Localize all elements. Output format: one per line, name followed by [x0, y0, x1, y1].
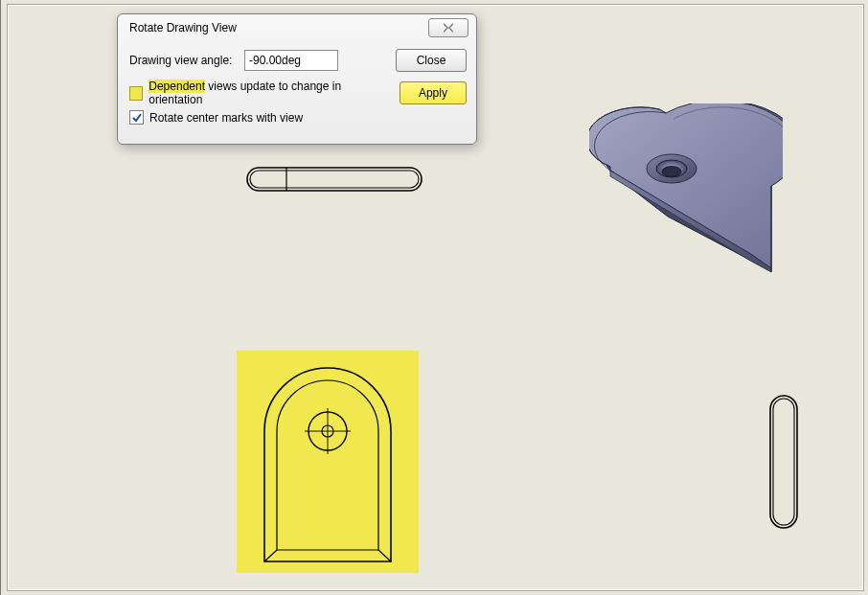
right-side-view[interactable] — [769, 395, 798, 529]
svg-point-14 — [662, 167, 681, 177]
close-button[interactable]: Close — [396, 49, 467, 72]
dialog-title: Rotate Drawing View — [129, 21, 237, 34]
svg-rect-9 — [770, 396, 797, 528]
svg-rect-1 — [250, 171, 419, 188]
dependent-views-checkbox[interactable] — [129, 86, 143, 101]
svg-rect-10 — [773, 399, 794, 525]
svg-line-4 — [378, 550, 391, 561]
apply-button[interactable]: Apply — [400, 81, 467, 104]
front-view-selected[interactable] — [237, 351, 419, 573]
rotate-center-marks-checkbox[interactable] — [129, 110, 144, 125]
rotate-drawing-view-dialog: Rotate Drawing View Drawing view angle: … — [117, 13, 477, 145]
angle-input[interactable] — [244, 50, 338, 71]
close-icon — [442, 23, 455, 33]
rotate-center-marks-label: Rotate center marks with view — [149, 111, 303, 125]
svg-line-3 — [264, 550, 277, 561]
dependent-views-label: Dependent views update to change in orie… — [148, 80, 384, 106]
top-view[interactable] — [246, 167, 423, 192]
svg-rect-0 — [247, 168, 422, 191]
dialog-titlebar[interactable]: Rotate Drawing View — [118, 14, 476, 41]
isometric-view[interactable] — [589, 103, 783, 299]
drawing-canvas[interactable]: Rotate Drawing View Drawing view angle: … — [0, 0, 868, 595]
window-close-button[interactable] — [428, 18, 468, 37]
angle-label: Drawing view angle: — [129, 54, 237, 67]
